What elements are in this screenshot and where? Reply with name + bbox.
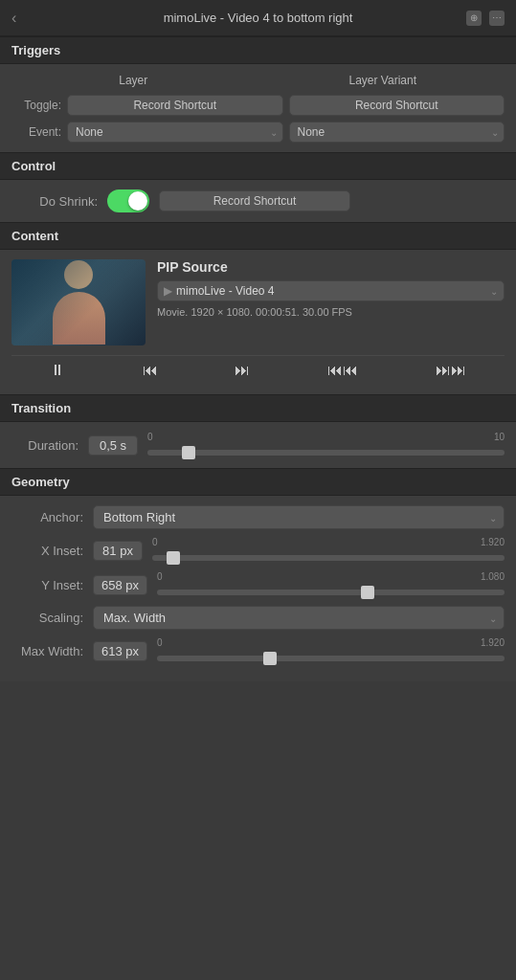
- layer-event-select[interactable]: None On Air Off Air: [67, 122, 283, 143]
- xinset-slider-container: 0 1.920: [152, 537, 505, 564]
- yinset-label: Y Inset:: [11, 578, 83, 592]
- back-button[interactable]: ‹: [11, 10, 16, 27]
- maxwidth-slider-container: 0 1.920: [157, 637, 505, 664]
- geometry-section-header: Geometry: [0, 468, 516, 496]
- maxwidth-min: 0: [157, 637, 163, 648]
- geometry-section: Anchor: Bottom Right Bottom Left Top Rig…: [0, 496, 516, 681]
- maxwidth-max: 1.920: [481, 637, 505, 648]
- pip-metadata: Movie. 1920 × 1080. 00:00:51. 30.00 FPS: [157, 306, 505, 318]
- content-section: PIP Source ▶ mimoLive - Video 4 ⌄ Movie.…: [0, 250, 516, 394]
- scaling-select-wrapper: Max. Width Max. Height Fill ⌄: [93, 606, 505, 630]
- xinset-max: 1.920: [481, 537, 505, 547]
- pip-source-name: mimoLive - Video 4: [176, 284, 486, 298]
- pip-source-title: PIP Source: [157, 259, 505, 275]
- pip-source-select-arrow: ⌄: [490, 286, 498, 297]
- shrink-label: Do Shrink:: [11, 194, 98, 209]
- xinset-min: 0: [152, 537, 158, 547]
- pip-info: PIP Source ▶ mimoLive - Video 4 ⌄ Movie.…: [157, 259, 505, 318]
- titlebar-actions: ⊕ ⋯: [466, 11, 505, 26]
- jump-start-button[interactable]: ⏮⏮: [327, 362, 358, 379]
- do-shrink-toggle[interactable]: [107, 189, 149, 212]
- duration-label: Duration:: [11, 438, 79, 453]
- xinset-label: X Inset:: [11, 544, 83, 558]
- xinset-value[interactable]: 81 px: [93, 541, 143, 561]
- more-icon[interactable]: ⋯: [489, 11, 505, 26]
- next-frame-button[interactable]: ⏭: [235, 362, 250, 379]
- maxwidth-value[interactable]: 613 px: [93, 641, 147, 661]
- prev-frame-button[interactable]: ⏮: [143, 362, 158, 379]
- control-section: Do Shrink: Record Shortcut: [0, 180, 516, 222]
- yinset-slider-container: 0 1.080: [157, 571, 505, 598]
- layer-col-header: Layer: [11, 74, 256, 87]
- pip-source-selector[interactable]: ▶ mimoLive - Video 4 ⌄: [157, 280, 505, 301]
- maxwidth-slider[interactable]: [157, 656, 505, 661]
- window-title: mimoLive - Video 4 to bottom right: [164, 11, 353, 25]
- triggers-section: Layer Layer Variant Toggle: Record Short…: [0, 64, 516, 152]
- event-field-label: Event:: [11, 125, 61, 139]
- transition-section: Duration: 0,5 s 0 10: [0, 422, 516, 468]
- transition-section-header: Transition: [0, 394, 516, 422]
- jump-end-button[interactable]: ⏭⏭: [436, 362, 466, 379]
- toggle-knob: [128, 191, 147, 211]
- pause-button[interactable]: ⏸: [50, 362, 65, 379]
- anchor-select[interactable]: Bottom Right Bottom Left Top Right Top L…: [93, 505, 505, 529]
- anchor-label: Anchor:: [11, 510, 83, 524]
- duration-value[interactable]: 0,5 s: [88, 435, 138, 456]
- yinset-max: 1.080: [481, 571, 505, 582]
- control-shortcut-button[interactable]: Record Shortcut: [159, 190, 350, 212]
- duration-slider-container: 0 10: [147, 432, 505, 458]
- yinset-slider[interactable]: [157, 590, 505, 595]
- triggers-section-header: Triggers: [0, 36, 516, 64]
- variant-toggle-shortcut-button[interactable]: Record Shortcut: [289, 95, 505, 116]
- titlebar: ‹ mimoLive - Video 4 to bottom right ⊕ ⋯: [0, 0, 516, 36]
- control-section-header: Control: [0, 152, 516, 180]
- variant-event-select[interactable]: None On Air Off Air: [289, 122, 505, 143]
- duration-slider-min: 0: [147, 432, 153, 442]
- yinset-value[interactable]: 658 px: [93, 575, 147, 595]
- content-section-header: Content: [0, 222, 516, 250]
- scaling-select[interactable]: Max. Width Max. Height Fill: [93, 606, 505, 630]
- yinset-min: 0: [157, 571, 163, 582]
- toggle-field-label: Toggle:: [11, 99, 61, 112]
- maxwidth-label: Max Width:: [11, 644, 83, 658]
- duration-slider[interactable]: [147, 450, 505, 456]
- duration-slider-max: 10: [494, 432, 505, 442]
- anchor-select-wrapper: Bottom Right Bottom Left Top Right Top L…: [93, 505, 505, 529]
- add-icon[interactable]: ⊕: [466, 11, 482, 26]
- layer-toggle-shortcut-button[interactable]: Record Shortcut: [67, 95, 283, 116]
- scaling-label: Scaling:: [11, 611, 83, 625]
- playback-controls: ⏸ ⏮ ⏭ ⏮⏮ ⏭⏭: [11, 355, 505, 385]
- video-thumbnail: [11, 259, 146, 345]
- layer-variant-col-header: Layer Variant: [261, 74, 505, 87]
- xinset-slider[interactable]: [152, 555, 505, 561]
- video-source-icon: ▶: [164, 284, 172, 298]
